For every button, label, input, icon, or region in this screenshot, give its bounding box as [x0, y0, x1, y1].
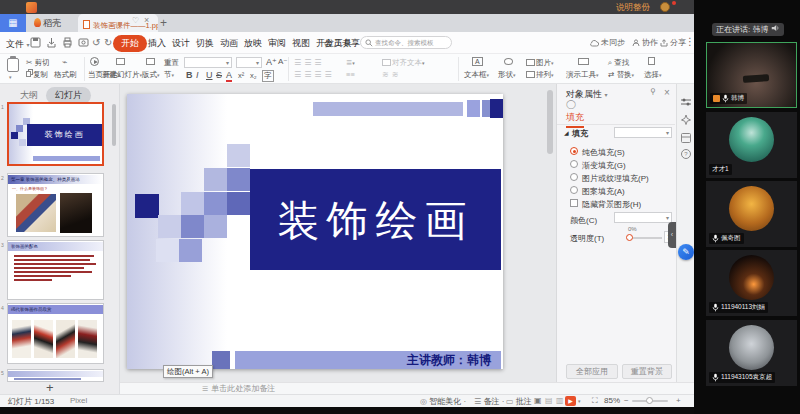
save-icon[interactable] — [30, 37, 41, 48]
video-tile-peiqitu[interactable]: 佩奇图 — [706, 181, 797, 247]
play-caret-icon[interactable]: ▾ — [578, 398, 581, 404]
read-view-button[interactable]: ▥ — [556, 396, 564, 405]
video-tile-hanbo[interactable]: 韩博 — [706, 42, 797, 108]
tab-slideshow[interactable]: 放映 — [244, 37, 262, 50]
pattern-fill-label[interactable]: 图案填充(A) — [582, 186, 625, 197]
home-tab[interactable]: ▦ — [0, 14, 26, 32]
replace-button[interactable]: ⇄ 替换▾ — [608, 70, 634, 80]
hide-background-checkbox[interactable] — [570, 199, 578, 207]
align-tools[interactable]: ☰☰☰☰ — [294, 70, 335, 79]
fill-tab[interactable]: 填充 — [566, 111, 584, 128]
radio-solid-fill[interactable] — [570, 147, 578, 155]
cut-button[interactable]: ✂ 剪切 — [26, 58, 49, 68]
zoom-in-button[interactable]: + — [676, 396, 681, 405]
radio-pattern-fill[interactable] — [570, 186, 578, 194]
char-effect-button[interactable]: 字 — [262, 70, 274, 82]
new-tab-button[interactable]: + — [160, 14, 167, 32]
find-button[interactable]: ⌕ 查找 — [608, 58, 629, 68]
file-menu[interactable]: 文件 ▾ — [6, 38, 30, 51]
transparency-slider[interactable] — [628, 237, 662, 239]
video-tile-yuanjingchao[interactable]: 111943105袁京超 — [706, 320, 797, 386]
sync-status-button[interactable]: 未同步 — [590, 37, 625, 48]
favorite-heart-icon[interactable]: ♡ — [132, 16, 139, 25]
command-search-input[interactable]: 查找命令、搜索模板 — [360, 36, 452, 49]
add-slide-button[interactable]: + — [46, 380, 54, 395]
indent-tools[interactable]: ≡≡ — [346, 70, 355, 79]
notes-toggle-button[interactable]: ☰ 备注 · — [474, 396, 504, 407]
new-slide-button[interactable]: 新建幻灯片▾ — [102, 70, 142, 80]
print-icon[interactable] — [62, 37, 73, 48]
radio-picture-fill[interactable] — [570, 173, 578, 181]
slide-thumbnail-2[interactable]: 第一章 装饰画的概念、种类及画法 一、什么是装饰画？ — [7, 173, 104, 237]
paste-button[interactable] — [7, 58, 19, 72]
italic-button[interactable]: I — [196, 70, 199, 80]
transparency-slider-thumb[interactable] — [626, 234, 633, 241]
apply-all-button[interactable]: 全部应用 — [566, 364, 618, 379]
preview-icon[interactable] — [78, 37, 89, 48]
layout-button[interactable]: 版式▾ — [142, 70, 160, 80]
title-banner[interactable]: 装饰绘画 — [250, 169, 501, 270]
list-tools[interactable]: ☰☰☰ — [294, 58, 325, 67]
outline-tab[interactable]: 大纲 — [20, 89, 38, 102]
hide-background-label[interactable]: 隐藏背景图形(H) — [582, 199, 641, 210]
format-painter-button[interactable]: 格式刷 — [54, 70, 77, 80]
subscript-button[interactable]: x₂ — [250, 71, 257, 80]
panel-collapse-handle[interactable]: ‹ — [668, 222, 676, 248]
present-tools-button[interactable]: 演示工具▾ — [566, 70, 599, 80]
align-text-button[interactable]: 对齐文本▾ — [382, 58, 425, 68]
decrease-font-button[interactable]: A⁻ — [278, 57, 288, 66]
comments-button[interactable]: ▭ 批注 — [506, 396, 532, 407]
tab-close-icon[interactable]: × — [144, 15, 149, 25]
slide-thumbnail-5[interactable] — [7, 369, 104, 382]
paragraph-tools[interactable]: ≋≋ — [382, 70, 401, 79]
superscript-button[interactable]: x² — [238, 71, 244, 80]
redo-icon[interactable]: ↻ — [104, 37, 112, 48]
export-icon[interactable] — [46, 37, 57, 48]
line-spacing-tool[interactable]: ≣▾ — [346, 58, 355, 67]
font-color-button[interactable]: A — [226, 70, 232, 82]
properties-strip-icon[interactable] — [680, 94, 692, 106]
collaborate-button[interactable]: 协作 — [632, 37, 658, 48]
panel-scrollbar[interactable] — [112, 104, 116, 146]
zoom-level[interactable]: 85% — [604, 396, 620, 405]
fit-slide-icon[interactable]: ⛶ — [592, 396, 598, 406]
collapse-triangle-icon[interactable]: ◢ — [564, 129, 569, 136]
slide-thumbnail-4[interactable]: 现代装饰画作品欣赏 — [7, 303, 104, 364]
slide-thumbnail-3[interactable]: 装饰画的配色 — [7, 240, 104, 300]
tab-insert[interactable]: 插入 — [148, 37, 166, 50]
radio-gradient-fill[interactable] — [570, 160, 578, 168]
tab-design[interactable]: 设计 — [172, 37, 190, 50]
strikethrough-button[interactable]: S — [216, 70, 222, 80]
picture-fill-label[interactable]: 图片或纹理填充(P) — [582, 173, 649, 184]
slide[interactable]: 装饰绘画 主讲教师：韩博 — [127, 94, 503, 369]
reset-button[interactable]: 重置 — [164, 58, 179, 68]
underline-button[interactable]: U — [206, 70, 213, 80]
pin-icon[interactable]: ⚲ — [650, 87, 656, 96]
assistant-icon[interactable]: ✎ — [678, 244, 694, 260]
normal-view-button[interactable]: ▣ — [534, 396, 542, 405]
canvas-scrollbar[interactable] — [547, 90, 553, 154]
layout-strip-icon[interactable] — [680, 130, 692, 142]
picture-button[interactable]: 图片▾ — [526, 58, 554, 68]
tab-view[interactable]: 视图 — [292, 37, 310, 50]
footer-band[interactable]: 主讲教师：韩博 — [235, 351, 501, 369]
zoom-out-button[interactable]: − — [624, 396, 629, 405]
tab-transition[interactable]: 切换 — [196, 37, 214, 50]
tab-member-vip[interactable]: 会员专享 — [324, 37, 360, 50]
sorter-view-button[interactable]: ▤ — [545, 396, 553, 405]
tab-review[interactable]: 审阅 — [268, 37, 286, 50]
textbox-button[interactable]: 文本框▾ — [464, 70, 489, 80]
bold-button[interactable]: B — [186, 70, 193, 80]
user-avatar-icon[interactable] — [660, 2, 670, 12]
arrange-button[interactable]: 排列▾ — [526, 70, 554, 80]
undo-icon[interactable]: ↺ — [92, 37, 100, 48]
notes-bar[interactable]: ☰单击此处添加备注 — [120, 382, 694, 394]
font-size-combo[interactable] — [236, 57, 262, 68]
help-strip-icon[interactable]: ? — [680, 148, 692, 160]
font-family-combo[interactable] — [184, 57, 232, 68]
shapes-button[interactable]: 形状▾ — [498, 70, 516, 80]
tab-home[interactable]: 开始 — [113, 35, 147, 52]
increase-font-button[interactable]: A⁺ — [266, 57, 277, 67]
select-button[interactable]: 选择▾ — [644, 70, 662, 80]
video-tile-liujuan[interactable]: 111940113刘娟 — [706, 250, 797, 316]
